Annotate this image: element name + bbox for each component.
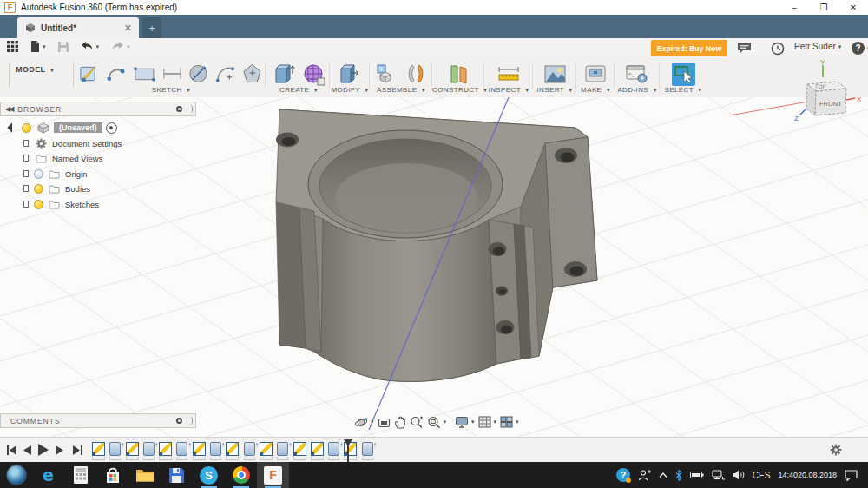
line-icon[interactable] — [161, 66, 183, 82]
timeline-sketch-feature[interactable] — [159, 442, 172, 456]
timeline-extrude-feature[interactable] — [143, 442, 155, 456]
modify-group-label[interactable]: MODIFY ▾ — [330, 86, 370, 94]
create-group-label[interactable]: CREATE ▾ — [267, 86, 330, 94]
taskbar-save-manager[interactable] — [161, 462, 193, 488]
select-tool-button[interactable] — [672, 63, 695, 86]
panel-scroll-nub[interactable] — [189, 417, 193, 425]
activate-component-icon[interactable] — [106, 122, 117, 134]
measure-icon[interactable] — [496, 63, 522, 84]
browser-root-row[interactable]: (Unsaved) — [9, 121, 117, 135]
undo-caret-icon[interactable]: ▾ — [96, 43, 100, 50]
create-form-icon[interactable] — [302, 63, 326, 86]
timeline-extrude-feature[interactable] — [328, 442, 339, 456]
viewcube-front-face[interactable]: FRONT — [819, 100, 842, 108]
browser-item-bodies[interactable]: Bodies — [23, 181, 90, 195]
expand-icon[interactable] — [23, 201, 29, 208]
visibility-bulb-icon[interactable] — [34, 169, 43, 179]
expand-collapse-icon[interactable] — [7, 122, 16, 132]
timeline-step-forward-button[interactable] — [56, 445, 63, 455]
arc-icon[interactable] — [214, 63, 236, 84]
get-help-icon[interactable]: ? — [616, 468, 630, 482]
save-button[interactable] — [58, 42, 69, 52]
visibility-bulb-icon[interactable] — [22, 123, 31, 133]
panel-options-icon[interactable] — [176, 106, 182, 112]
timeline-extrude-feature[interactable] — [277, 442, 288, 456]
timeline-step-back-button[interactable] — [23, 445, 31, 455]
file-menu-button[interactable]: ▾ — [30, 41, 46, 52]
comments-panel-header[interactable]: COMMENTS — [0, 413, 196, 428]
timeline-sketch-feature[interactable] — [260, 442, 273, 456]
insert-image-icon[interactable] — [543, 64, 567, 84]
make-group-label[interactable]: MAKE ▾ — [576, 86, 615, 94]
taskbar-skype[interactable]: S — [193, 462, 225, 488]
timeline-extrude-feature[interactable] — [210, 442, 221, 456]
select-group-label[interactable]: SELECT ▾ — [660, 86, 707, 94]
taskbar-store[interactable] — [96, 462, 128, 488]
orbit-button[interactable]: ▾ — [354, 416, 374, 429]
browser-panel-header[interactable]: ◀◀ BROWSER — [0, 102, 196, 116]
timeline-sketch-feature[interactable] — [226, 442, 239, 456]
timeline-playhead[interactable] — [344, 439, 352, 462]
close-button[interactable]: ✕ — [838, 0, 868, 15]
visibility-bulb-icon[interactable] — [34, 184, 43, 194]
panel-options-icon[interactable] — [176, 418, 182, 424]
new-tab-button[interactable]: + — [142, 17, 161, 38]
collapse-panel-icon[interactable]: ◀◀ — [5, 105, 12, 113]
timeline-extrude-feature[interactable] — [244, 442, 255, 456]
user-account-button[interactable]: Petr Suder ▾ — [794, 42, 841, 51]
taskbar-calculator[interactable] — [64, 462, 96, 488]
app-grid-icon[interactable] — [7, 41, 18, 52]
minimize-button[interactable]: – — [779, 0, 809, 15]
pan-button[interactable] — [394, 416, 406, 429]
addins-group-label[interactable]: ADD-INS ▾ — [615, 86, 660, 94]
new-component-icon[interactable] — [375, 63, 399, 85]
timeline-sketch-feature[interactable] — [293, 442, 306, 456]
assemble-group-label[interactable]: ASSEMBLE ▾ — [370, 86, 432, 94]
timeline-extrude-feature[interactable] — [109, 442, 121, 456]
grid-layout-button[interactable]: ▾ — [478, 416, 497, 428]
rectangle-icon[interactable] — [133, 65, 156, 82]
redo-button[interactable]: ▾ — [111, 42, 130, 51]
action-center-icon[interactable] — [845, 470, 858, 481]
browser-item-document-settings[interactable]: Document Settings — [23, 136, 122, 150]
taskbar-edge[interactable]: e — [32, 462, 64, 488]
viewcube-top-face[interactable]: TOP — [814, 83, 826, 89]
extrude-icon[interactable] — [273, 62, 297, 86]
taskbar-file-explorer[interactable] — [128, 462, 161, 488]
sketch-group-label[interactable]: SKETCH ▾ — [76, 86, 266, 94]
restore-button[interactable]: ❐ — [809, 0, 838, 15]
help-menu-button[interactable]: ? ▾ — [852, 42, 868, 55]
undo-button[interactable]: ▾ — [81, 42, 100, 51]
browser-item-sketches[interactable]: Sketches — [23, 197, 99, 211]
viewports-button[interactable]: ▾ — [500, 416, 519, 428]
start-button[interactable] — [0, 462, 32, 488]
job-status-button[interactable] — [771, 42, 785, 56]
scripts-addins-icon[interactable]: >_ — [625, 63, 649, 84]
visibility-bulb-icon[interactable] — [34, 200, 43, 209]
browser-item-named-views[interactable]: Named Views — [23, 151, 102, 165]
view-cube[interactable]: Y TOP FRONT X Z — [786, 58, 868, 136]
timeline-extrude-feature[interactable] — [176, 442, 187, 456]
root-document-label[interactable]: (Unsaved) — [54, 122, 102, 133]
timeline-settings-gear-icon[interactable] — [830, 444, 842, 456]
fit-button[interactable]: ▾ — [427, 416, 447, 429]
taskbar-fusion-360[interactable]: F — [257, 462, 289, 488]
create-sketch-icon[interactable] — [79, 63, 101, 85]
timeline-extrude-feature[interactable] — [362, 442, 373, 456]
tray-expand-chevron-icon[interactable] — [659, 472, 667, 478]
timeline-sketch-feature[interactable] — [311, 442, 324, 456]
timeline-sketch-feature[interactable] — [92, 442, 105, 456]
expired-buy-now-button[interactable]: Expired: Buy Now — [651, 40, 727, 56]
battery-icon[interactable] — [690, 471, 704, 479]
construction-plane-icon[interactable] — [446, 63, 470, 86]
timeline-go-to-start-button[interactable] — [7, 445, 16, 455]
construct-group-label[interactable]: CONSTRUCT ▾ — [432, 86, 484, 94]
taskbar-chrome[interactable] — [225, 462, 257, 488]
inspect-group-label[interactable]: INSPECT ▾ — [484, 86, 533, 94]
expand-icon[interactable] — [23, 185, 29, 192]
press-pull-icon[interactable] — [338, 62, 362, 86]
expand-icon[interactable] — [23, 170, 29, 177]
spline-icon[interactable] — [106, 64, 128, 83]
tab-close-icon[interactable]: ✕ — [124, 23, 132, 34]
workspace-selector[interactable]: MODEL ▾ — [16, 65, 54, 74]
